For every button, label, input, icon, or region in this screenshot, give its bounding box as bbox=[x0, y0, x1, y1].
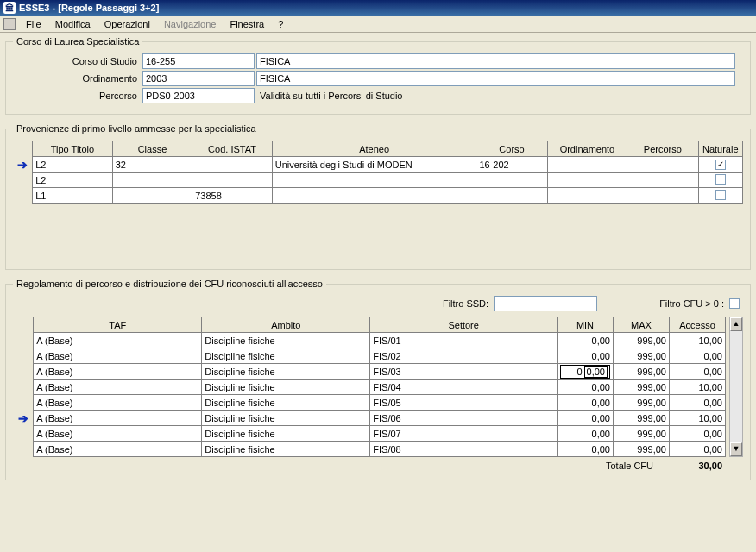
cell-settore[interactable]: FIS/01 bbox=[370, 333, 558, 348]
cell-min[interactable]: 00,00 bbox=[557, 364, 613, 380]
scroll-down-button[interactable]: ▼ bbox=[730, 442, 742, 456]
cell-min[interactable]: 0,00 bbox=[557, 395, 613, 411]
cell-perc[interactable] bbox=[627, 157, 698, 172]
cell-taf[interactable]: A (Base) bbox=[34, 395, 202, 411]
col-naturale[interactable]: Naturale bbox=[698, 141, 743, 157]
table-row[interactable]: A (Base)Discipline fisicheFIS/080,00999,… bbox=[13, 442, 726, 457]
cell-min[interactable]: 0,00 bbox=[557, 442, 613, 457]
cell-ord[interactable] bbox=[547, 172, 627, 188]
cell-naturale[interactable] bbox=[698, 188, 743, 204]
table-row[interactable]: A (Base)Discipline fisicheFIS/0300,00999… bbox=[13, 364, 726, 380]
cell-ateneo[interactable] bbox=[272, 188, 476, 204]
cell-corso[interactable] bbox=[476, 172, 547, 188]
cell-tipo[interactable]: L2 bbox=[33, 157, 113, 172]
cell-settore[interactable]: FIS/03 bbox=[370, 364, 558, 380]
naturale-checkbox[interactable] bbox=[715, 190, 726, 200]
table-row[interactable]: ➔L232Università degli Studi di MODEN16-2… bbox=[13, 157, 743, 172]
col-ambito[interactable]: Ambito bbox=[202, 317, 370, 333]
table-row[interactable]: A (Base)Discipline fisicheFIS/050,00999,… bbox=[13, 395, 726, 411]
cell-corso[interactable]: 16-202 bbox=[476, 157, 547, 172]
menu-operazioni[interactable]: Operazioni bbox=[98, 17, 157, 31]
cell-ambito[interactable]: Discipline fisiche bbox=[202, 348, 370, 364]
col-accesso[interactable]: Accesso bbox=[669, 317, 725, 333]
cell-perc[interactable] bbox=[627, 188, 698, 204]
corso-desc-field[interactable]: FISICA bbox=[256, 53, 735, 69]
cell-max[interactable]: 999,00 bbox=[613, 426, 669, 442]
cell-ambito[interactable]: Discipline fisiche bbox=[202, 380, 370, 395]
cell-accesso[interactable]: 10,00 bbox=[669, 380, 725, 395]
cell-max[interactable]: 999,00 bbox=[613, 411, 669, 426]
regolamento-scrollbar[interactable]: ▲ ▼ bbox=[729, 317, 743, 457]
filter-cfu-checkbox[interactable] bbox=[729, 298, 740, 309]
cell-max[interactable]: 999,00 bbox=[613, 380, 669, 395]
cell-accesso[interactable]: 0,00 bbox=[669, 442, 725, 457]
cell-taf[interactable]: A (Base) bbox=[34, 426, 202, 442]
cell-settore[interactable]: FIS/04 bbox=[370, 380, 558, 395]
scroll-up-button[interactable]: ▲ bbox=[730, 317, 742, 331]
cell-classe[interactable] bbox=[112, 188, 192, 204]
col-classe[interactable]: Classe bbox=[112, 141, 192, 157]
col-max[interactable]: MAX bbox=[613, 317, 669, 333]
table-row[interactable]: A (Base)Discipline fisicheFIS/010,00999,… bbox=[13, 333, 726, 348]
cell-accesso[interactable]: 10,00 bbox=[669, 411, 725, 426]
cell-max[interactable]: 999,00 bbox=[613, 364, 669, 380]
cell-taf[interactable]: A (Base) bbox=[34, 411, 202, 426]
cell-naturale[interactable] bbox=[698, 172, 743, 188]
col-tipo[interactable]: Tipo Titolo bbox=[33, 141, 113, 157]
col-taf[interactable]: TAF bbox=[34, 317, 202, 333]
cell-ambito[interactable]: Discipline fisiche bbox=[202, 442, 370, 457]
menu-help[interactable]: ? bbox=[271, 17, 290, 31]
cell-taf[interactable]: A (Base) bbox=[34, 442, 202, 457]
cell-ambito[interactable]: Discipline fisiche bbox=[202, 411, 370, 426]
col-settore[interactable]: Settore bbox=[370, 317, 558, 333]
cell-settore[interactable]: FIS/02 bbox=[370, 348, 558, 364]
cell-ambito[interactable]: Discipline fisiche bbox=[202, 395, 370, 411]
cell-classe[interactable]: 32 bbox=[112, 157, 192, 172]
table-row[interactable]: L2 bbox=[13, 172, 743, 188]
cell-ord[interactable] bbox=[547, 157, 627, 172]
cell-ateneo[interactable]: Università degli Studi di MODEN bbox=[272, 157, 476, 172]
col-min[interactable]: MIN bbox=[557, 317, 613, 333]
menu-icon[interactable] bbox=[3, 18, 16, 30]
cell-accesso[interactable]: 10,00 bbox=[669, 333, 725, 348]
cell-min[interactable]: 0,00 bbox=[557, 380, 613, 395]
col-ateneo[interactable]: Ateneo bbox=[272, 141, 476, 157]
cell-corso[interactable] bbox=[476, 188, 547, 204]
naturale-checkbox[interactable] bbox=[715, 174, 726, 185]
col-percorso[interactable]: Percorso bbox=[627, 141, 698, 157]
corso-code-field[interactable]: 16-255 bbox=[142, 53, 255, 69]
col-corso[interactable]: Corso bbox=[476, 141, 547, 157]
cell-taf[interactable]: A (Base) bbox=[34, 348, 202, 364]
cell-classe[interactable] bbox=[112, 172, 192, 188]
cell-taf[interactable]: A (Base) bbox=[34, 364, 202, 380]
cell-tipo[interactable]: L1 bbox=[33, 188, 113, 204]
cell-istat[interactable] bbox=[192, 172, 273, 188]
cell-taf[interactable]: A (Base) bbox=[34, 380, 202, 395]
cell-accesso[interactable]: 0,00 bbox=[669, 348, 725, 364]
ordinamento-desc-field[interactable]: FISICA bbox=[256, 71, 735, 86]
cell-ambito[interactable]: Discipline fisiche bbox=[202, 426, 370, 442]
cell-ambito[interactable]: Discipline fisiche bbox=[202, 333, 370, 348]
cell-accesso[interactable]: 0,00 bbox=[669, 364, 725, 380]
cell-tipo[interactable]: L2 bbox=[33, 172, 113, 188]
cell-min[interactable]: 0,00 bbox=[557, 348, 613, 364]
menu-file[interactable]: File bbox=[19, 17, 48, 31]
menu-finestra[interactable]: Finestra bbox=[223, 17, 271, 31]
naturale-checkbox[interactable]: ✓ bbox=[715, 160, 726, 170]
cell-min[interactable]: 0,00 bbox=[557, 411, 613, 426]
cell-settore[interactable]: FIS/06 bbox=[370, 411, 558, 426]
cell-min[interactable]: 0,00 bbox=[557, 426, 613, 442]
cell-settore[interactable]: FIS/07 bbox=[370, 426, 558, 442]
filter-ssd-input[interactable] bbox=[494, 296, 597, 311]
ordinamento-code-field[interactable]: 2003 bbox=[142, 71, 255, 86]
cell-perc[interactable] bbox=[627, 172, 698, 188]
percorso-code-field[interactable]: PDS0-2003 bbox=[142, 88, 255, 104]
cell-accesso[interactable]: 0,00 bbox=[669, 395, 725, 411]
cell-max[interactable]: 999,00 bbox=[613, 333, 669, 348]
cell-settore[interactable]: FIS/08 bbox=[370, 442, 558, 457]
table-row[interactable]: A (Base)Discipline fisicheFIS/040,00999,… bbox=[13, 380, 726, 395]
cell-max[interactable]: 999,00 bbox=[613, 442, 669, 457]
table-row[interactable]: L173858 bbox=[13, 188, 743, 204]
cell-ateneo[interactable] bbox=[272, 172, 476, 188]
menu-modifica[interactable]: Modifica bbox=[48, 17, 98, 31]
